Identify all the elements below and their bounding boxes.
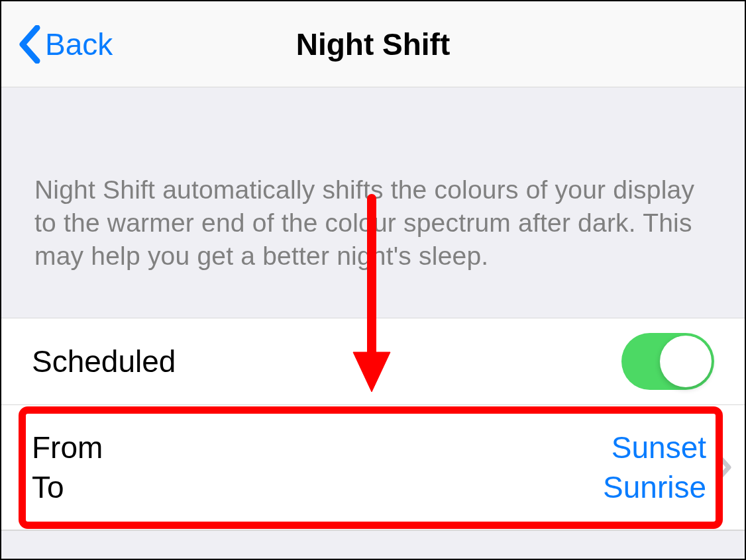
night-shift-settings-screen: Back Night Shift Night Shift automatical… [0, 0, 746, 560]
scheduled-group: Scheduled From To Sunset Sunrise [1, 318, 745, 531]
schedule-to-label: To [32, 469, 103, 505]
schedule-to-value: Sunrise [603, 469, 706, 505]
page-title: Night Shift [1, 26, 745, 62]
toggle-knob-icon [660, 336, 712, 387]
back-button-label: Back [45, 26, 113, 62]
back-button[interactable]: Back [1, 25, 113, 64]
schedule-labels: From To [32, 430, 103, 505]
chevron-right-icon [714, 451, 733, 483]
settings-content: Night Shift automatically shifts the col… [1, 87, 745, 559]
chevron-left-icon [17, 25, 41, 64]
schedule-from-label: From [32, 430, 103, 465]
scheduled-label: Scheduled [32, 344, 176, 379]
navigation-bar: Back Night Shift [1, 1, 745, 87]
schedule-from-value: Sunset [612, 430, 706, 465]
schedule-values: Sunset Sunrise [603, 430, 706, 505]
scheduled-row: Scheduled [1, 318, 745, 404]
night-shift-description: Night Shift automatically shifts the col… [1, 87, 745, 318]
schedule-from-to-row[interactable]: From To Sunset Sunrise [1, 404, 745, 530]
scheduled-toggle[interactable] [621, 333, 714, 390]
